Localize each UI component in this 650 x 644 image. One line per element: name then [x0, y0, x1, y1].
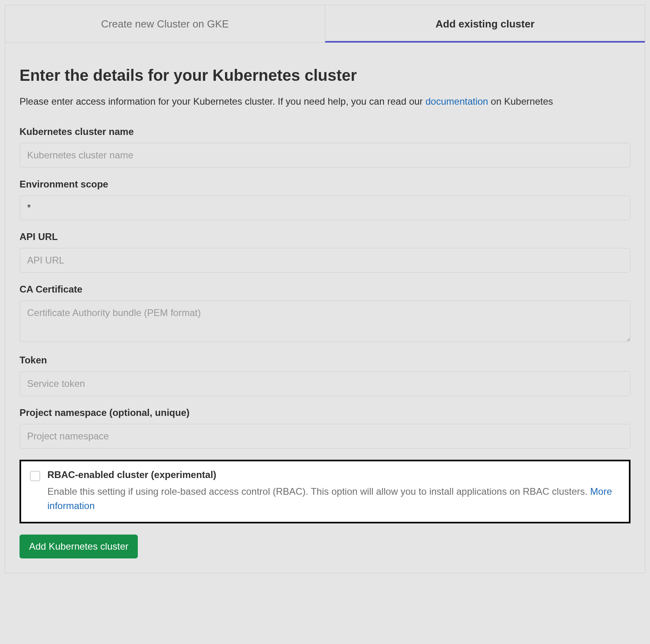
environment-scope-label: Environment scope: [20, 179, 630, 190]
token-label: Token: [20, 355, 630, 366]
project-namespace-label: Project namespace (optional, unique): [20, 407, 630, 418]
intro-pre: Please enter access information for your…: [20, 96, 425, 107]
cluster-name-label: Kubernetes cluster name: [20, 126, 630, 137]
cluster-name-input[interactable]: [20, 143, 630, 168]
tab-create-new[interactable]: Create new Cluster on GKE: [5, 5, 325, 43]
api-url-input[interactable]: [20, 248, 630, 273]
tab-existing-label: Add existing cluster: [436, 18, 535, 30]
page-title: Enter the details for your Kubernetes cl…: [20, 66, 630, 84]
rbac-section: RBAC-enabled cluster (experimental) Enab…: [20, 460, 630, 523]
rbac-text: RBAC-enabled cluster (experimental) Enab…: [47, 469, 620, 513]
rbac-desc-text: Enable this setting if using role-based …: [47, 486, 590, 497]
documentation-link[interactable]: documentation: [425, 96, 488, 107]
ca-certificate-input[interactable]: [20, 301, 630, 342]
intro-text: Please enter access information for your…: [20, 94, 630, 109]
tab-add-existing[interactable]: Add existing cluster: [325, 5, 645, 43]
api-url-label: API URL: [20, 231, 630, 242]
add-cluster-button[interactable]: Add Kubernetes cluster: [20, 535, 138, 558]
cluster-panel: Create new Cluster on GKE Add existing c…: [5, 5, 645, 573]
rbac-description: Enable this setting if using role-based …: [47, 484, 620, 513]
form-content: Enter the details for your Kubernetes cl…: [5, 43, 645, 573]
token-input[interactable]: [20, 371, 630, 396]
project-namespace-input[interactable]: [20, 424, 630, 449]
ca-certificate-label: CA Certificate: [20, 284, 630, 295]
environment-scope-input[interactable]: [20, 195, 630, 220]
tab-create-label: Create new Cluster on GKE: [101, 18, 229, 30]
rbac-title: RBAC-enabled cluster (experimental): [47, 469, 620, 480]
intro-post: on Kubernetes: [488, 96, 553, 107]
rbac-checkbox[interactable]: [30, 471, 40, 481]
tabs: Create new Cluster on GKE Add existing c…: [5, 5, 645, 43]
